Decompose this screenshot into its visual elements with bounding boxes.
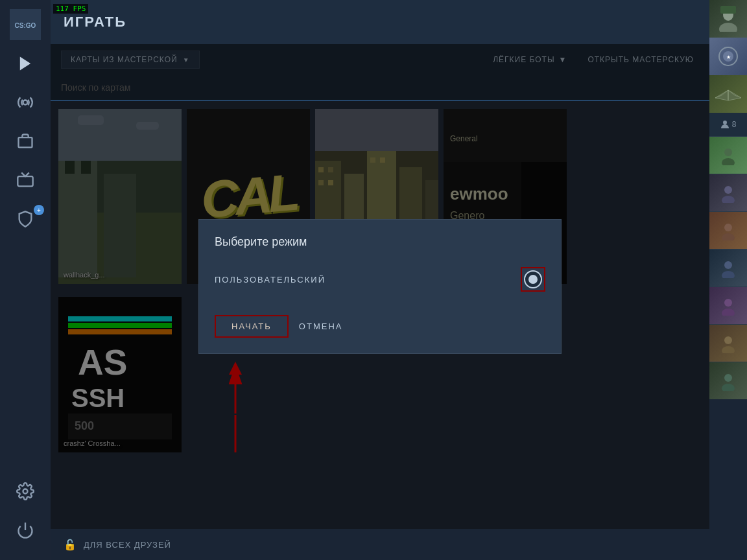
sidebar-item-power[interactable] xyxy=(0,511,51,550)
modal-title: Выберите режим xyxy=(215,235,545,249)
svg-point-24 xyxy=(724,299,732,307)
svg-point-27 xyxy=(722,346,735,353)
svg-point-16 xyxy=(724,148,732,156)
svg-point-22 xyxy=(724,261,732,269)
fps-counter: 117 FPS xyxy=(53,4,88,14)
friend-avatar-4[interactable] xyxy=(709,249,747,286)
topbar: ИГРАТЬ xyxy=(51,0,747,44)
mode-select-modal: Выберите режим ПОЛЬЗОВАТЕЛЬСКИЙ НАЧАТЬ О… xyxy=(198,219,562,354)
rank-badge[interactable]: ★ xyxy=(709,38,747,75)
svg-point-25 xyxy=(722,309,735,316)
sidebar-item-tv[interactable] xyxy=(0,161,51,200)
page-title: ИГРАТЬ xyxy=(64,14,734,30)
sidebar-item-inventory[interactable] xyxy=(0,122,51,161)
lock-icon: 🔓 xyxy=(64,539,77,551)
csgo-logo[interactable]: CS:GO xyxy=(6,5,45,44)
radio-highlight-border xyxy=(521,267,545,292)
option-label: ПОЛЬЗОВАТЕЛЬСКИЙ xyxy=(215,275,326,285)
rank-wings[interactable] xyxy=(709,75,747,113)
modal-buttons: НАЧАТЬ ОТМЕНА xyxy=(215,315,545,338)
sidebar-item-play[interactable] xyxy=(0,44,51,83)
svg-point-29 xyxy=(722,384,735,391)
friend-avatar-5[interactable] xyxy=(709,286,747,324)
svg-point-23 xyxy=(722,271,735,278)
svg-point-18 xyxy=(724,186,732,194)
right-panel: ★ 8 xyxy=(709,0,747,560)
svg-rect-4 xyxy=(19,137,32,147)
friends-count: 8 xyxy=(732,120,737,129)
sidebar-item-broadcast[interactable] xyxy=(0,83,51,122)
radio-button[interactable] xyxy=(524,270,542,288)
svg-point-20 xyxy=(724,224,732,231)
svg-point-28 xyxy=(724,374,732,382)
radio-inner xyxy=(528,275,538,284)
svg-point-19 xyxy=(722,196,735,203)
svg-point-3 xyxy=(23,100,28,105)
visibility-label: ДЛЯ ВСЕХ ДРУЗЕЙ xyxy=(84,540,171,550)
svg-point-17 xyxy=(722,158,735,165)
modal-option-row: ПОЛЬЗОВАТЕЛЬСКИЙ xyxy=(215,264,545,294)
svg-point-15 xyxy=(723,121,727,124)
friend-avatar-6[interactable] xyxy=(709,324,747,362)
svg-point-21 xyxy=(722,233,735,240)
start-button[interactable]: НАЧАТЬ xyxy=(215,315,289,338)
friend-avatar-2[interactable] xyxy=(709,174,747,211)
cancel-button[interactable]: ОТМЕНА xyxy=(299,321,343,331)
svg-marker-2 xyxy=(20,57,30,71)
svg-text:★: ★ xyxy=(726,54,731,60)
main-avatar[interactable] xyxy=(709,0,747,38)
sidebar-item-shield[interactable]: + xyxy=(0,200,51,239)
modal-overlay[interactable]: Выберите режим ПОЛЬЗОВАТЕЛЬСКИЙ НАЧАТЬ О… xyxy=(51,44,709,529)
svg-marker-72 xyxy=(229,362,242,375)
svg-rect-10 xyxy=(720,6,736,14)
sidebar-item-settings[interactable] xyxy=(0,472,51,511)
shield-badge: + xyxy=(34,205,44,215)
friend-avatar-3[interactable] xyxy=(709,211,747,249)
friend-avatar-7[interactable] xyxy=(709,362,747,399)
friend-avatar-1[interactable] xyxy=(709,136,747,174)
svg-rect-5 xyxy=(18,176,32,186)
svg-point-9 xyxy=(719,23,737,32)
svg-point-6 xyxy=(23,489,28,494)
sidebar: CS:GO + xyxy=(0,0,51,560)
friends-count-bar: 8 xyxy=(709,113,747,136)
bottom-bar: 🔓 ДЛЯ ВСЕХ ДРУЗЕЙ xyxy=(51,529,709,560)
svg-point-26 xyxy=(724,336,732,344)
svg-text:CS:GO: CS:GO xyxy=(15,22,36,29)
